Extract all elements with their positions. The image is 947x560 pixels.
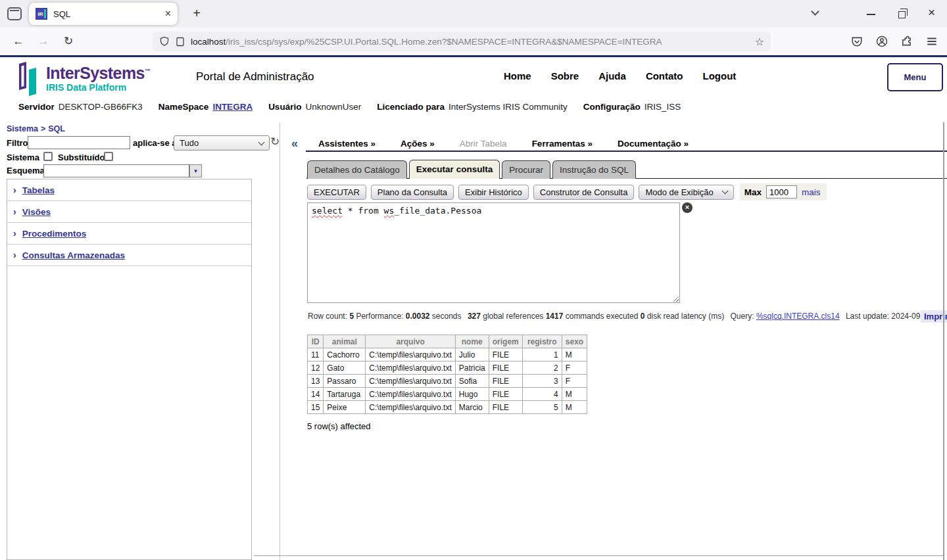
applies-to-select[interactable]: Tudo	[174, 135, 270, 151]
table-cell: Patricia	[455, 362, 489, 375]
window-restore-button[interactable]	[898, 11, 906, 18]
table-cell: C:\temp\files\arquivo.txt	[366, 362, 455, 375]
sidebar-item-consultas-armazenadas[interactable]: ›Consultas Armazenadas	[7, 245, 251, 266]
sidebar-item-label[interactable]: Tabelas	[22, 185, 55, 195]
sidebar-item-label[interactable]: Consultas Armazenadas	[22, 250, 125, 260]
page-info-icon[interactable]	[176, 37, 185, 47]
table-row: 14TartarugaC:\temp\files\arquivo.txtHugo…	[308, 388, 587, 401]
info-value: DESKTOP-GB66FK3	[59, 102, 143, 112]
sidebar-item-label[interactable]: Procedimentos	[22, 229, 87, 239]
breadcrumb: Sistema>SQL	[7, 124, 68, 133]
display-mode-value: Modo de Exibição	[645, 187, 713, 197]
browser-tab[interactable]: IR SQL ×	[29, 3, 178, 25]
catalog-tabs: Detalhes do CatálogoExecutar consultaPro…	[307, 160, 636, 179]
table-cell: C:\temp\files\arquivo.txt	[366, 375, 455, 388]
intersystems-logo-icon	[18, 62, 39, 97]
address-bar[interactable]: localhost/iris_iss/csp/sys/exp/%25CSP.UI…	[153, 32, 771, 51]
back-button-icon[interactable]: ←	[9, 32, 28, 51]
account-icon[interactable]	[876, 35, 888, 47]
tab-detalhes-do-cat-logo[interactable]: Detalhes do Catálogo	[307, 160, 407, 179]
menu-button[interactable]: Menu	[887, 63, 943, 91]
tab-close-icon[interactable]: ×	[165, 8, 171, 20]
esquema-dropdown-button[interactable]: ▼	[189, 164, 202, 177]
table-row: 12GatoC:\temp\files\arquivo.txtPatriciaF…	[308, 362, 587, 375]
tab-instru-o-do-sql[interactable]: Instrução do SQL	[552, 160, 636, 179]
sidebar-divider	[279, 122, 280, 560]
info-licenciado-para: Licenciado paraInterSystems IRIS Communi…	[377, 101, 568, 112]
query-class-link[interactable]: %sqlcq.INTEGRA.cls14	[756, 312, 840, 321]
new-tab-button[interactable]: +	[187, 5, 206, 23]
more-link[interactable]: mais	[802, 187, 821, 197]
display-mode-select[interactable]: Modo de Exibição	[639, 185, 733, 200]
hamburger-menu-icon[interactable]	[926, 35, 938, 47]
table-cell: 15	[308, 401, 324, 414]
firefox-view-icon[interactable]	[7, 7, 22, 20]
list-all-tabs-icon[interactable]	[811, 7, 819, 16]
query-buttons: EXECUTARPlano da ConsultaExibir Históric…	[307, 185, 634, 200]
chevron-right-icon: ›	[13, 228, 16, 239]
trademark-symbol: ™	[145, 68, 150, 74]
exibir-hist-rico-button[interactable]: Exibir Histórico	[458, 185, 529, 200]
stat-label: Query:	[731, 312, 754, 321]
info-namespace: NameSpaceINTEGRA	[158, 101, 253, 112]
col-header-origem: origem	[489, 335, 522, 348]
screen: IR SQL × + × ← → ↻ localhost/iris_iss/cs…	[0, 0, 947, 560]
max-rows-input[interactable]	[766, 185, 797, 198]
refresh-icon[interactable]: ↻	[270, 135, 279, 149]
info-value: InterSystems IRIS Community	[449, 102, 568, 112]
resize-handle[interactable]	[671, 294, 679, 302]
nav-link-contato[interactable]: Contato	[646, 70, 683, 82]
pocket-icon[interactable]	[851, 35, 863, 47]
construtor-de-consulta-button[interactable]: Construtor de Consulta	[533, 185, 635, 200]
sidebar-item-vis-es[interactable]: ›Visões	[7, 201, 251, 223]
sql-query-editor[interactable]: select * from ws_file_data.Pessoa	[307, 202, 680, 303]
extensions-puzzle-icon[interactable]	[901, 35, 913, 47]
plano-da-consulta-button[interactable]: Plano da Consulta	[371, 185, 454, 200]
sidebar-item-tabelas[interactable]: ›Tabelas	[7, 179, 251, 201]
window-minimize-button[interactable]	[867, 14, 875, 15]
reload-button-icon[interactable]: ↻	[59, 32, 78, 51]
shield-icon[interactable]	[159, 36, 170, 47]
stat-value: 0	[641, 312, 645, 321]
intersystems-logo-text: InterSystems™ IRIS Data Platform	[46, 62, 150, 93]
substituido-checkbox[interactable]	[104, 152, 113, 161]
url-text: localhost/iris_iss/csp/sys/exp/%25CSP.UI…	[191, 37, 662, 47]
menu-a-es[interactable]: Ações »	[401, 139, 435, 149]
breadcrumb-parent-link[interactable]: Sistema	[7, 124, 38, 133]
server-info-bar: ServidorDESKTOP-GB66FK3NameSpaceINTEGRAU…	[18, 101, 681, 112]
info-label: NameSpace	[158, 102, 209, 112]
table-cell: C:\temp\files\arquivo.txt	[366, 401, 455, 414]
table-cell: FILE	[489, 348, 522, 362]
clear-query-icon[interactable]: ×	[682, 202, 692, 213]
chevron-right-icon: ›	[13, 250, 16, 260]
stat-label: commands executed	[566, 312, 639, 321]
nav-link-home[interactable]: Home	[504, 70, 531, 82]
menu-ferramentas[interactable]: Ferramentas »	[532, 139, 593, 149]
tab-procurar[interactable]: Procurar	[502, 160, 550, 179]
nav-link-sobre[interactable]: Sobre	[551, 70, 579, 82]
nav-link-logout[interactable]: Logout	[703, 70, 737, 82]
breadcrumb-separator: >	[41, 124, 45, 133]
esquema-input[interactable]	[43, 164, 189, 177]
table-cell: C:\temp\files\arquivo.txt	[366, 388, 455, 401]
toolbar-underline	[306, 151, 947, 152]
col-header-id: ID	[308, 335, 324, 348]
results-header-row: IDanimalarquivonomeorigemregistrosexo	[308, 335, 587, 348]
col-header-registro: registro	[522, 335, 562, 348]
collapse-pane-icon[interactable]: «	[291, 137, 298, 151]
tab-executar-consulta[interactable]: Executar consulta	[409, 160, 500, 179]
info-value[interactable]: INTEGRA	[212, 102, 253, 112]
chevron-right-icon: ›	[13, 206, 16, 217]
filter-input[interactable]	[28, 136, 130, 149]
bookmark-star-icon[interactable]: ☆	[755, 35, 764, 48]
menu-assistentes[interactable]: Assistentes »	[318, 139, 376, 149]
sistema-checkbox[interactable]	[43, 152, 53, 161]
menu-documenta-o[interactable]: Documentação »	[618, 139, 689, 149]
sidebar-item-procedimentos[interactable]: ›Procedimentos	[7, 223, 251, 245]
window-close-button[interactable]: ×	[928, 5, 935, 20]
executar-button[interactable]: EXECUTAR	[307, 185, 366, 200]
info-label: Usuário	[268, 102, 301, 112]
nav-link-ajuda[interactable]: Ajuda	[598, 70, 626, 82]
table-row: 11CachorroC:\temp\files\arquivo.txtJulio…	[308, 348, 587, 362]
sidebar-item-label[interactable]: Visões	[22, 207, 51, 217]
